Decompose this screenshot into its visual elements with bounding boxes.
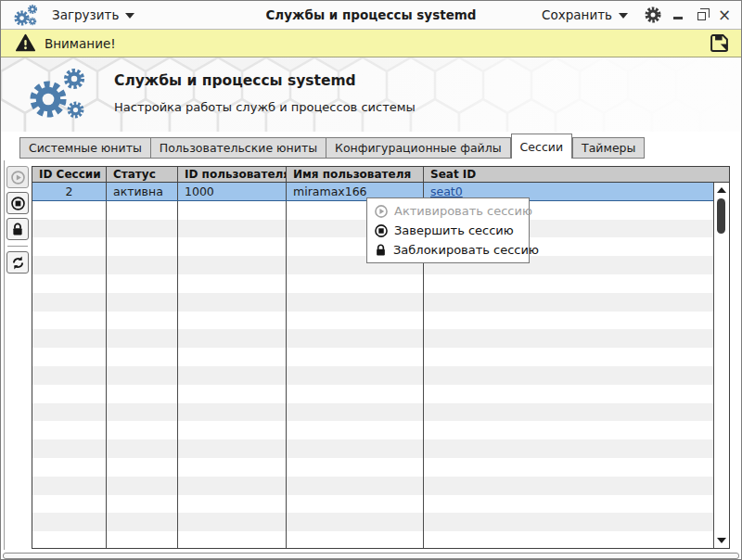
table-row-empty[interactable] bbox=[32, 458, 715, 477]
empty-cell bbox=[287, 348, 424, 366]
maximize-button[interactable] bbox=[694, 7, 709, 22]
menu-item-terminate-session[interactable]: Завершить сессию bbox=[369, 221, 527, 240]
menu-item-activate-session: Активировать сессию bbox=[369, 201, 527, 221]
tab-bar: Системные юниты Пользовательские юниты К… bbox=[1, 132, 741, 159]
horizontal-scrollbar[interactable] bbox=[3, 553, 739, 559]
context-menu: Активировать сессию Завершить сессию bbox=[366, 197, 530, 263]
save-file-icon[interactable] bbox=[709, 32, 730, 54]
empty-cell bbox=[178, 366, 287, 385]
empty-cell bbox=[424, 366, 715, 385]
banner-fade-overlay bbox=[1, 57, 741, 132]
table-row-empty[interactable] bbox=[32, 293, 715, 312]
arrow-up-icon bbox=[717, 187, 726, 193]
empty-cell bbox=[107, 477, 178, 495]
empty-cell bbox=[32, 312, 107, 330]
table-row-empty[interactable] bbox=[32, 513, 715, 531]
toolbar-handle[interactable] bbox=[4, 160, 5, 550]
table-row-empty[interactable] bbox=[32, 439, 715, 458]
tab-config-files[interactable]: Конфигурационные файлы bbox=[326, 137, 511, 159]
empty-cell bbox=[32, 439, 107, 458]
lock-icon bbox=[374, 243, 388, 258]
empty-cell bbox=[287, 274, 424, 293]
column-header-user-name[interactable]: Имя пользователя bbox=[287, 167, 424, 182]
tab-system-units[interactable]: Системные юниты bbox=[19, 137, 151, 159]
stop-circle-icon bbox=[374, 223, 389, 238]
empty-cell bbox=[287, 477, 424, 495]
close-button[interactable]: × bbox=[717, 7, 732, 22]
table-row-empty[interactable] bbox=[32, 329, 715, 348]
empty-cell bbox=[32, 329, 107, 348]
empty-cell bbox=[107, 348, 178, 366]
empty-cell bbox=[178, 293, 287, 312]
tab-sessions[interactable]: Сессии bbox=[511, 134, 572, 159]
empty-cell bbox=[424, 458, 715, 477]
column-header-user-id[interactable]: ID пользователя bbox=[178, 167, 287, 182]
menu-item-label: Завершить сессию bbox=[394, 223, 514, 237]
stop-circle-icon bbox=[10, 196, 26, 211]
table-row-empty[interactable] bbox=[32, 495, 715, 514]
tab-user-units[interactable]: Пользовательские юниты bbox=[151, 137, 326, 159]
settings-gear-icon[interactable] bbox=[644, 6, 662, 24]
empty-cell bbox=[178, 201, 287, 220]
cell-status: активна bbox=[107, 183, 178, 200]
scroll-down-button[interactable] bbox=[714, 534, 729, 547]
empty-cell bbox=[178, 274, 287, 293]
terminate-session-button[interactable] bbox=[6, 192, 29, 214]
empty-cell bbox=[32, 293, 107, 312]
table-row-empty[interactable] bbox=[32, 531, 715, 549]
load-menu-button[interactable]: Загрузить bbox=[52, 7, 134, 22]
empty-cell bbox=[178, 329, 287, 348]
empty-cell bbox=[424, 274, 715, 293]
empty-cell bbox=[107, 312, 178, 330]
empty-cell bbox=[32, 513, 107, 531]
empty-cell bbox=[178, 458, 287, 477]
banner-title: Службы и процессы systemd bbox=[114, 72, 356, 89]
empty-cell bbox=[32, 477, 107, 495]
toolbar-separator bbox=[7, 246, 28, 247]
seat-link[interactable]: seat0 bbox=[430, 185, 463, 198]
empty-cell bbox=[178, 477, 287, 495]
banner-subtitle: Настройка работы служб и процессов систе… bbox=[114, 100, 416, 114]
warning-triangle-icon bbox=[16, 33, 35, 53]
empty-cell bbox=[287, 329, 424, 348]
empty-cell bbox=[107, 293, 178, 312]
column-header-seat-id[interactable]: Seat ID bbox=[424, 167, 729, 182]
table-row-empty[interactable] bbox=[32, 477, 715, 495]
empty-cell bbox=[178, 439, 287, 458]
empty-cell bbox=[107, 256, 178, 274]
refresh-button[interactable] bbox=[6, 251, 29, 274]
table-row-empty[interactable] bbox=[32, 348, 715, 366]
table-row-empty[interactable] bbox=[32, 403, 715, 422]
activate-session-button[interactable] bbox=[6, 166, 29, 188]
empty-cell bbox=[107, 274, 178, 293]
scroll-up-button[interactable] bbox=[714, 184, 729, 197]
empty-cell bbox=[178, 348, 287, 366]
empty-cell bbox=[424, 329, 715, 348]
vertical-scrollbar[interactable] bbox=[713, 183, 729, 548]
empty-cell bbox=[32, 274, 107, 293]
minimize-button[interactable] bbox=[671, 7, 685, 22]
table-row-empty[interactable] bbox=[32, 421, 715, 439]
refresh-icon bbox=[10, 255, 26, 271]
column-header-session-id[interactable]: ID Сессии bbox=[32, 167, 107, 182]
menu-item-label: Заблокировать сессию bbox=[393, 243, 539, 257]
table-row-empty[interactable] bbox=[32, 385, 715, 403]
empty-cell bbox=[287, 366, 424, 385]
table-row-empty[interactable] bbox=[32, 274, 715, 293]
empty-cell bbox=[424, 421, 715, 439]
save-menu-button[interactable]: Сохранить bbox=[542, 7, 628, 22]
table-header: ID Сессии Статус ID пользователя Имя пол… bbox=[32, 167, 729, 183]
menu-item-lock-session[interactable]: Заблокировать сессию bbox=[369, 240, 527, 260]
empty-cell bbox=[424, 439, 715, 458]
empty-cell bbox=[32, 366, 107, 385]
scrollbar-thumb[interactable] bbox=[717, 198, 725, 234]
empty-cell bbox=[424, 385, 715, 403]
column-header-status[interactable]: Статус bbox=[107, 167, 178, 182]
tab-timers[interactable]: Таймеры bbox=[572, 137, 645, 159]
maximize-icon bbox=[697, 12, 706, 20]
empty-cell bbox=[287, 421, 424, 439]
close-icon: × bbox=[718, 8, 731, 21]
table-row-empty[interactable] bbox=[32, 312, 715, 330]
table-row-empty[interactable] bbox=[32, 366, 715, 385]
lock-session-button[interactable] bbox=[6, 218, 29, 240]
